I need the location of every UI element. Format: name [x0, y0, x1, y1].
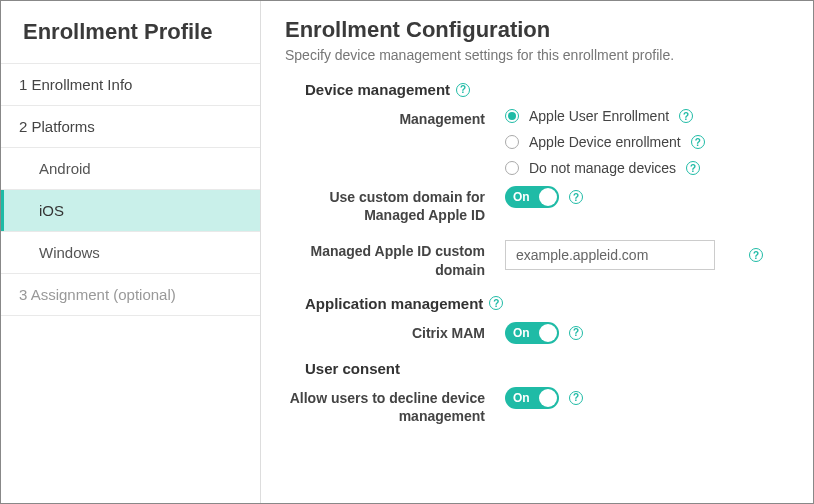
radio-label: Do not manage devices	[529, 160, 676, 176]
section-device-management-label: Device management	[305, 81, 450, 98]
help-icon[interactable]	[679, 109, 693, 123]
toggle-decline-management[interactable]: On	[505, 387, 559, 409]
help-icon[interactable]	[569, 326, 583, 340]
label-custom-domain: Use custom domain for Managed Apple ID	[285, 186, 505, 224]
app-frame: Enrollment Profile 1 Enrollment Info 2 P…	[0, 0, 814, 504]
input-managed-apple-id-domain[interactable]	[505, 240, 715, 270]
help-icon[interactable]	[456, 83, 470, 97]
main-panel: Enrollment Configuration Specify device …	[261, 1, 813, 503]
sidebar-step-enrollment-info[interactable]: 1 Enrollment Info	[1, 63, 260, 105]
help-icon[interactable]	[569, 391, 583, 405]
radio-icon	[505, 109, 519, 123]
radio-icon	[505, 161, 519, 175]
radio-option-apple-user[interactable]: Apple User Enrollment	[505, 108, 789, 124]
row-custom-domain-toggle: Use custom domain for Managed Apple ID O…	[285, 186, 789, 224]
label-citrix-mam: Citrix MAM	[285, 322, 505, 342]
help-icon[interactable]	[691, 135, 705, 149]
sidebar-title: Enrollment Profile	[1, 1, 260, 63]
label-domain-input: Managed Apple ID custom domain	[285, 240, 505, 278]
row-domain-input: Managed Apple ID custom domain	[285, 240, 789, 278]
help-icon[interactable]	[569, 190, 583, 204]
page-subtitle: Specify device management settings for t…	[285, 47, 789, 63]
row-management: Management Apple User Enrollment Apple D…	[285, 108, 789, 176]
toggle-citrix-mam[interactable]: On	[505, 322, 559, 344]
sidebar-step-assignment[interactable]: 3 Assignment (optional)	[1, 273, 260, 316]
label-management: Management	[285, 108, 505, 128]
label-decline-management: Allow users to decline device management	[285, 387, 505, 425]
sidebar-platform-ios[interactable]: iOS	[1, 189, 260, 231]
section-device-management: Device management	[305, 81, 789, 98]
sidebar: Enrollment Profile 1 Enrollment Info 2 P…	[1, 1, 261, 503]
sidebar-platform-windows[interactable]: Windows	[1, 231, 260, 273]
sidebar-step-platforms[interactable]: 2 Platforms	[1, 105, 260, 147]
row-citrix-mam: Citrix MAM On	[285, 322, 789, 344]
help-icon[interactable]	[749, 248, 763, 262]
radio-option-no-manage[interactable]: Do not manage devices	[505, 160, 789, 176]
page-title: Enrollment Configuration	[285, 17, 789, 43]
radio-option-apple-device[interactable]: Apple Device enrollment	[505, 134, 789, 150]
row-decline-management: Allow users to decline device management…	[285, 387, 789, 425]
section-user-consent: User consent	[305, 360, 789, 377]
help-icon[interactable]	[686, 161, 700, 175]
sidebar-platform-android[interactable]: Android	[1, 147, 260, 189]
radio-label: Apple Device enrollment	[529, 134, 681, 150]
section-user-consent-label: User consent	[305, 360, 400, 377]
radio-icon	[505, 135, 519, 149]
section-application-management: Application management	[305, 295, 789, 312]
help-icon[interactable]	[489, 296, 503, 310]
radio-label: Apple User Enrollment	[529, 108, 669, 124]
section-application-management-label: Application management	[305, 295, 483, 312]
toggle-custom-domain[interactable]: On	[505, 186, 559, 208]
